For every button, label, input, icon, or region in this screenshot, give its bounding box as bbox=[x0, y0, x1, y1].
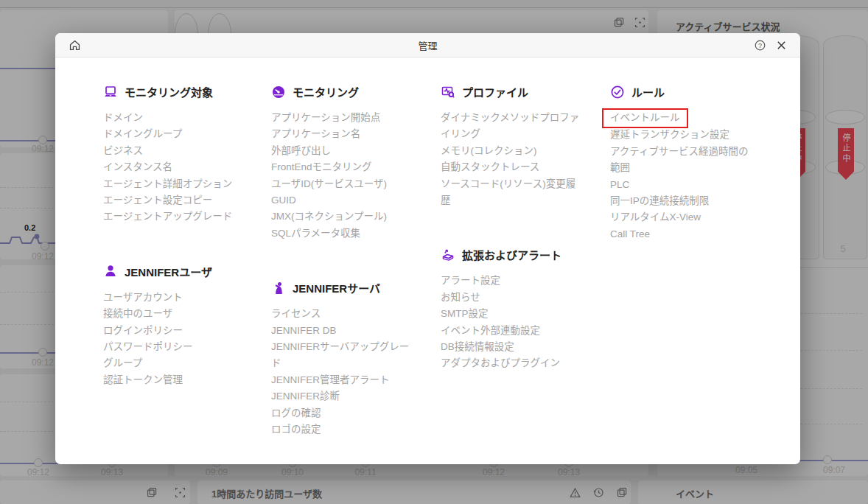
menu-item[interactable]: グループ bbox=[103, 355, 248, 371]
section-title: 拡張およびアラート bbox=[462, 247, 561, 262]
section-title: モニタリング bbox=[293, 84, 359, 99]
modal-title: 管理 bbox=[55, 38, 800, 52]
menu-item[interactable]: ダイナミックメソッドプロファイリング bbox=[441, 110, 585, 143]
monitor-icon bbox=[103, 85, 118, 99]
section-title: JENNIFERユーザ bbox=[125, 264, 212, 279]
menu-item[interactable]: アラート設定 bbox=[441, 273, 585, 289]
menu-item[interactable]: ビジネス bbox=[103, 143, 248, 159]
menu-item[interactable]: 遅延トランザクション設定 bbox=[610, 127, 755, 143]
menu-item[interactable]: ユーザアカウント bbox=[103, 290, 248, 306]
section-jennifer-server: JENNIFERサーバ ライセンスJENNIFER DBJENNIFERサーバア… bbox=[271, 280, 427, 438]
menu-item[interactable]: イベント外部連動設定 bbox=[441, 323, 585, 339]
highlighted-menu-item[interactable]: イベントルール bbox=[602, 108, 688, 128]
menu-item[interactable]: DB接続情報設定 bbox=[441, 339, 585, 355]
menu-item[interactable]: アダプタおよびプラグイン bbox=[441, 355, 585, 371]
menu-item[interactable]: GUID bbox=[271, 192, 416, 209]
close-icon[interactable] bbox=[774, 38, 788, 52]
menu-item[interactable]: ソースコード(リソース)変更履歴 bbox=[441, 176, 585, 209]
menu-item[interactable]: エージェント設定コピー bbox=[103, 192, 248, 209]
menu-list: ドメインドメイングループビジネスインスタンス名エージェント詳細オプションエージェ… bbox=[103, 110, 248, 225]
section-title: モニタリング対象 bbox=[125, 84, 213, 99]
extension-icon bbox=[441, 248, 455, 262]
svg-text:?: ? bbox=[758, 41, 762, 49]
menu-item[interactable]: ドメイン bbox=[103, 110, 248, 126]
menu-item[interactable]: メモリ(コレクション) bbox=[441, 143, 585, 159]
menu-item[interactable]: SQLパラメータ収集 bbox=[271, 225, 416, 242]
menu-list: ダイナミックメソッドプロファイリングメモリ(コレクション)自動スタックトレースソ… bbox=[441, 110, 585, 209]
menu-item[interactable]: JMX(コネクションプール) bbox=[271, 209, 416, 225]
section-title: プロファイル bbox=[462, 84, 528, 99]
modal-body: モニタリング対象 ドメインドメイングループビジネスインスタンス名エージェント詳細… bbox=[55, 57, 800, 464]
menu-item[interactable]: ドメイングループ bbox=[103, 126, 248, 142]
menu-item[interactable]: 同一IPの連続接続制限 bbox=[610, 193, 755, 209]
gauge-icon bbox=[271, 85, 286, 99]
menu-item[interactable]: 自動スタックトレース bbox=[441, 159, 585, 175]
menu-item[interactable]: JENNIFER管理者アラート bbox=[271, 372, 416, 388]
menu-item[interactable]: ライセンス bbox=[271, 306, 416, 322]
menu-item[interactable]: ログインポリシー bbox=[103, 323, 248, 339]
menu-item[interactable]: JENNIFERサーバアップグレード bbox=[271, 339, 416, 372]
menu-item[interactable]: パスワードポリシー bbox=[103, 339, 248, 355]
menu-item[interactable]: エージェントアップグレード bbox=[103, 209, 248, 225]
admin-modal: 管理 ? モニタリング対象 ドメインドメイングループビジネスインスタンス名エージ… bbox=[55, 33, 800, 464]
server-mascot-icon bbox=[271, 281, 286, 295]
modal-header: 管理 ? bbox=[55, 33, 800, 57]
user-icon bbox=[103, 264, 118, 279]
menu-item[interactable]: お知らせ bbox=[441, 290, 585, 306]
menu-item[interactable]: JENNIFER DB bbox=[271, 323, 416, 339]
menu-item[interactable]: リアルタイムX-View bbox=[610, 209, 755, 225]
section-rules: ルール イベントルール遅延トランザクション設定アクティブサービス経過時間の範囲P… bbox=[610, 84, 766, 242]
menu-item[interactable]: Call Tree bbox=[610, 226, 755, 242]
menu-list: ユーザアカウント接続中のユーザログインポリシーパスワードポリシーグループ認証トー… bbox=[103, 290, 248, 388]
section-profile: プロファイル ダイナミックメソッドプロファイリングメモリ(コレクション)自動スタ… bbox=[441, 84, 597, 209]
menu-item[interactable]: 外部呼び出し bbox=[271, 143, 416, 159]
help-icon[interactable]: ? bbox=[752, 38, 767, 52]
menu-item[interactable]: ログの確認 bbox=[271, 405, 416, 421]
menu-item[interactable]: 認証トークン管理 bbox=[103, 372, 248, 388]
menu-item[interactable]: アクティブサービス経過時間の範囲 bbox=[610, 144, 755, 177]
menu-item[interactable]: FrontEndモニタリング bbox=[271, 159, 416, 175]
profile-icon bbox=[441, 85, 455, 99]
section-monitoring-target: モニタリング対象 ドメインドメイングループビジネスインスタンス名エージェント詳細… bbox=[103, 84, 259, 225]
menu-item[interactable]: エージェント詳細オプション bbox=[103, 176, 248, 192]
menu-item[interactable]: SMTP設定 bbox=[441, 306, 585, 322]
rule-icon bbox=[610, 85, 625, 99]
menu-item[interactable]: ロゴの設定 bbox=[271, 421, 416, 438]
menu-item[interactable]: JENNIFER診断 bbox=[271, 388, 416, 405]
section-monitoring: モニタリング アプリケーション開始点アプリケーション名外部呼び出しFrontEn… bbox=[271, 84, 427, 242]
menu-list: イベントルール遅延トランザクション設定アクティブサービス経過時間の範囲PLC同一… bbox=[610, 110, 755, 242]
menu-list: アラート設定お知らせSMTP設定イベント外部連動設定DB接続情報設定アダプタおよ… bbox=[441, 273, 585, 371]
menu-item[interactable]: イベントルール bbox=[610, 110, 755, 127]
menu-item[interactable]: 接続中のユーザ bbox=[103, 306, 248, 322]
menu-item[interactable]: PLC bbox=[610, 177, 755, 193]
section-title: ルール bbox=[631, 84, 665, 99]
section-title: JENNIFERサーバ bbox=[293, 280, 380, 295]
menu-item[interactable]: インスタンス名 bbox=[103, 159, 248, 175]
section-jennifer-user: JENNIFERユーザ ユーザアカウント接続中のユーザログインポリシーパスワード… bbox=[103, 264, 259, 388]
menu-list: アプリケーション開始点アプリケーション名外部呼び出しFrontEndモニタリング… bbox=[271, 110, 416, 242]
section-extension-alert: 拡張およびアラート アラート設定お知らせSMTP設定イベント外部連動設定DB接続… bbox=[441, 247, 597, 371]
menu-item[interactable]: アプリケーション名 bbox=[271, 126, 416, 142]
menu-list: ライセンスJENNIFER DBJENNIFERサーバアップグレードJENNIF… bbox=[271, 306, 416, 438]
menu-item[interactable]: アプリケーション開始点 bbox=[271, 110, 416, 126]
menu-item[interactable]: ユーザID(サービスユーザ) bbox=[271, 176, 416, 192]
